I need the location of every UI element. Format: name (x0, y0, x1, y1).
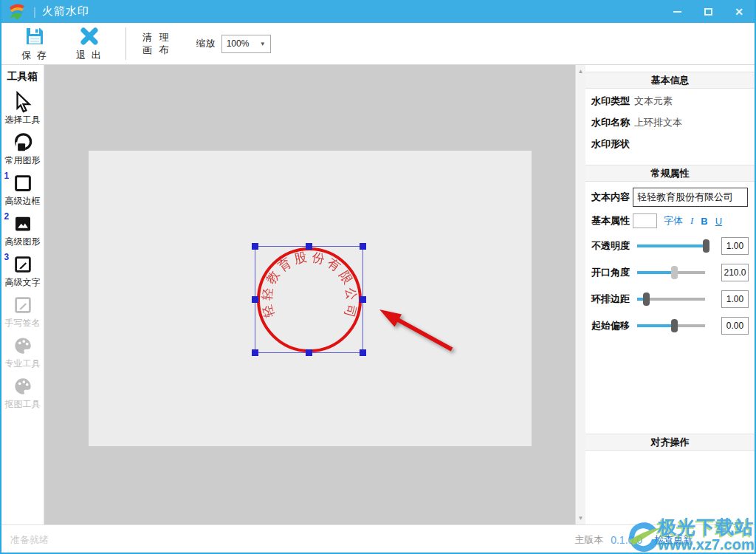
minimize-icon (673, 11, 681, 13)
row-label: 水印形状 (591, 137, 634, 151)
tool-label: 手写签名 (5, 317, 41, 329)
font-color-box[interactable] (633, 213, 657, 228)
zoom-control: 缩放 100% ▼ (196, 35, 271, 53)
slider-label: 不透明度 (591, 239, 633, 253)
slider-thumb[interactable] (703, 239, 709, 253)
title-separator: | (33, 6, 36, 18)
canvas-vertical-scrollbar[interactable]: ▲ ▼ (575, 65, 585, 524)
bold-button[interactable]: B (701, 216, 707, 227)
start-offset-slider-row: 起始偏移 0.00 (591, 318, 749, 334)
exit-button[interactable]: 退 出 (68, 26, 111, 62)
tool-badge: 3 (4, 252, 10, 262)
tool-pro[interactable]: 专业工具 (2, 335, 44, 370)
image-icon (12, 213, 34, 235)
save-floppy-icon (24, 26, 45, 47)
exit-x-icon (79, 26, 100, 47)
underline-button[interactable]: U (715, 216, 722, 227)
tool-advanced-text[interactable]: 3 高级文字 (2, 253, 44, 289)
row-label: 水印类型 (591, 95, 634, 108)
toolbar: 保 存 退 出 清 理 画 布 缩放 100% ▼ (1, 23, 755, 65)
row-watermark-name: 水印名称 上环排文本 (591, 116, 682, 129)
slider-thumb[interactable] (643, 293, 650, 306)
start-offset-slider[interactable] (637, 318, 705, 334)
ring-margin-value[interactable]: 1.00 (721, 290, 749, 308)
row-watermark-shape: 水印形状 (591, 137, 682, 151)
tool-advanced-image[interactable]: 2 高级图形 (2, 213, 44, 248)
resize-handle-bottom-right[interactable] (360, 349, 366, 356)
italic-button[interactable]: I (690, 215, 693, 227)
general-properties: 文本内容 基本属性 字体 I B U 不透明度 1.00 (591, 188, 749, 344)
clear-canvas-button[interactable]: 清 理 画 布 (142, 31, 171, 56)
opacity-value[interactable]: 1.00 (721, 237, 749, 255)
tool-label: 高级边框 (5, 195, 41, 208)
zoom-label: 缩放 (196, 37, 216, 50)
scroll-up-icon[interactable]: ▲ (578, 65, 584, 78)
tool-label: 抠图工具 (5, 398, 41, 411)
tool-label: 专业工具 (5, 358, 41, 370)
row-value: 上环排文本 (634, 116, 682, 129)
text-content-label: 文本内容 (591, 191, 633, 204)
resize-handle-bottom-left[interactable] (252, 349, 258, 356)
slider-thumb[interactable] (671, 266, 678, 279)
chevron-down-icon: ▼ (260, 41, 266, 47)
main-area: 工具箱 选择工具 常用图形 1 高级边框 (1, 65, 755, 524)
basic-attr-label: 基本属性 (591, 214, 633, 228)
canvas-page[interactable]: 轻轻教育股份有限公司 (89, 151, 532, 446)
section-header-general: 常规属性 (585, 165, 755, 182)
maximize-button[interactable] (693, 0, 724, 23)
toolbox-sidebar: 工具箱 选择工具 常用图形 1 高级边框 (1, 65, 44, 524)
tool-select[interactable]: 选择工具 (2, 91, 44, 126)
save-button[interactable]: 保 存 (13, 26, 56, 62)
signature-icon (12, 294, 34, 316)
slider-label: 起始偏移 (591, 319, 633, 332)
shapes-icon (12, 131, 34, 154)
status-bar: 准备就绪 主版本 0.1.0.0 检查更新 (1, 524, 755, 553)
zoom-select[interactable]: 100% ▼ (221, 35, 271, 53)
tool-advanced-frame[interactable]: 1 高级边框 (2, 172, 44, 208)
save-label: 保 存 (21, 49, 48, 62)
check-update-link[interactable]: 检查更新 (654, 533, 693, 547)
scroll-down-icon[interactable]: ▼ (578, 512, 584, 524)
resize-handle-middle-right[interactable] (360, 296, 366, 303)
minimize-button[interactable] (662, 0, 693, 23)
resize-handle-top-left[interactable] (252, 243, 258, 250)
tool-common-shapes[interactable]: 常用图形 (2, 131, 44, 167)
opacity-slider-row: 不透明度 1.00 (591, 238, 749, 254)
slider-thumb[interactable] (671, 319, 678, 332)
row-watermark-type: 水印类型 文本元素 (591, 95, 682, 108)
start-offset-value[interactable]: 0.00 (721, 317, 749, 335)
basic-info-rows: 水印类型 文本元素 水印名称 上环排文本 水印形状 (591, 95, 682, 159)
opacity-slider[interactable] (637, 238, 705, 254)
font-link[interactable]: 字体 (664, 214, 683, 228)
resize-handle-top-center[interactable] (306, 243, 312, 250)
maximize-icon (704, 8, 712, 16)
clear-canvas-line2: 画 布 (142, 44, 171, 56)
close-icon: ✕ (735, 6, 743, 18)
resize-handle-bottom-center[interactable] (306, 349, 312, 356)
version-number: 0.1.0.0 (611, 534, 642, 546)
toolbar-separator (126, 27, 126, 60)
zoom-value: 100% (227, 38, 260, 49)
text-content-input[interactable] (633, 188, 748, 207)
tool-signature[interactable]: 手写签名 (2, 294, 44, 329)
resize-handle-middle-left[interactable] (252, 296, 258, 303)
exit-label: 退 出 (76, 49, 103, 62)
close-button[interactable]: ✕ (724, 0, 755, 23)
resize-handle-top-right[interactable] (360, 243, 366, 250)
open-angle-slider[interactable] (637, 264, 705, 281)
tool-badge: 1 (4, 171, 10, 181)
slider-label: 环排边距 (591, 293, 633, 306)
toolbox-header: 工具箱 (7, 70, 38, 83)
row-label: 水印名称 (591, 116, 634, 129)
ring-margin-slider[interactable] (637, 291, 705, 307)
open-angle-value[interactable]: 210.0 (721, 264, 749, 281)
section-header-basic-info: 基本信息 (585, 72, 755, 89)
clear-canvas-line1: 清 理 (142, 31, 171, 44)
slider-label: 开口角度 (591, 266, 633, 279)
canvas-area[interactable]: 轻轻教育股份有限公司 (44, 65, 575, 524)
tool-label: 高级文字 (5, 276, 41, 289)
tool-matting[interactable]: 抠图工具 (2, 375, 44, 411)
app-window: | 火箭水印 ✕ 保 存 退 出 (0, 0, 756, 554)
selection-box[interactable] (255, 246, 363, 353)
tool-label: 高级图形 (5, 236, 41, 248)
